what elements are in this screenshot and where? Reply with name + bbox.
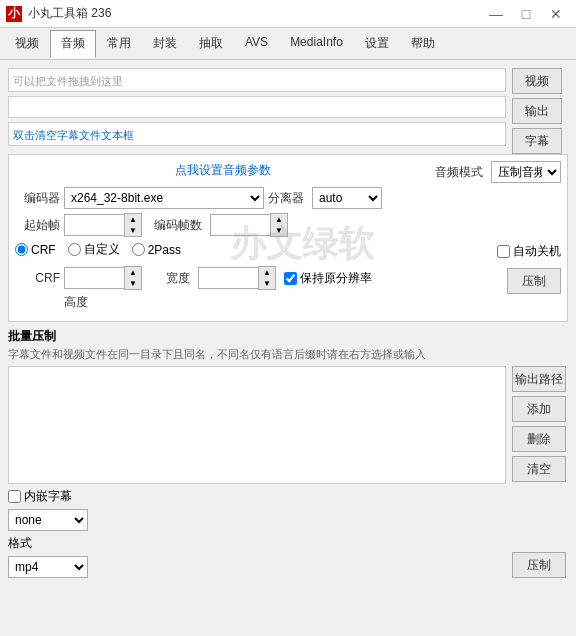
embed-subtitle-label: 内嵌字幕 [24, 488, 72, 505]
audio-settings-link[interactable]: 点我设置音频参数 [15, 162, 431, 179]
crf-up[interactable]: ▲ [125, 267, 141, 278]
twopass-radio-label: 2Pass [148, 243, 181, 257]
menu-tab-AVS[interactable]: AVS [234, 30, 279, 57]
embed-subtitle-checkbox[interactable] [8, 490, 21, 503]
menu-tab-音频[interactable]: 音频 [50, 30, 96, 58]
video-drop-area[interactable]: 可以把文件拖拽到这里 [8, 68, 506, 92]
main-content: 可以把文件拖拽到这里 双击清空字幕文件文本框 视频 输出 字幕 点我设置音频参数… [0, 60, 576, 636]
subtitle-button[interactable]: 字幕 [512, 128, 562, 154]
width-spinbox: 0 ▲ ▼ [198, 266, 276, 290]
width-up[interactable]: ▲ [259, 267, 275, 278]
twopass-radio-item[interactable]: 2Pass [132, 243, 181, 257]
auto-shutdown-item[interactable]: 自动关机 [497, 243, 561, 260]
encoder-select[interactable]: x264_32-8bit.exe x264_64-8bit.exe x265 [64, 187, 264, 209]
embed-subtitle-item[interactable]: 内嵌字幕 [8, 488, 72, 505]
format-select-row: mp4 mkv ts [8, 556, 506, 578]
batch-section: 批量压制 字幕文件和视频文件在同一目录下且同名，不同名仅有语言后缀时请在右方选择… [8, 328, 568, 578]
menu-tab-常用[interactable]: 常用 [96, 30, 142, 57]
top-section: 可以把文件拖拽到这里 双击清空字幕文件文本框 视频 输出 字幕 [8, 68, 568, 154]
encode-frames-spinbox: 0 ▲ ▼ [210, 213, 288, 237]
encoder-label: 编码器 [15, 190, 60, 207]
delete-button[interactable]: 删除 [512, 426, 566, 452]
width-down[interactable]: ▼ [259, 278, 275, 289]
encode-frames-spin-buttons: ▲ ▼ [270, 213, 288, 237]
height-label: 高度 [64, 294, 88, 311]
custom-radio-item[interactable]: 自定义 [68, 241, 120, 258]
encode-section: 点我设置音频参数 音频模式 压制音频 复制音频 无音频 编码器 x264_32-… [8, 154, 568, 322]
custom-radio[interactable] [68, 243, 81, 256]
subtitle-select-row: none ass srt [8, 509, 506, 531]
add-button[interactable]: 添加 [512, 396, 566, 422]
batch-title: 批量压制 [8, 328, 568, 345]
window-controls: — □ ✕ [482, 4, 570, 24]
crf-radio-item[interactable]: CRF [15, 243, 56, 257]
output-button[interactable]: 输出 [512, 98, 562, 124]
width-input[interactable]: 0 [198, 267, 258, 289]
batch-compress-button[interactable]: 压制 [512, 552, 566, 578]
start-frame-input[interactable]: 0 [64, 214, 124, 236]
subtitle-format-row: 内嵌字幕 [8, 488, 506, 505]
batch-left: 内嵌字幕 none ass srt 格式 mp4 mkv [8, 366, 506, 578]
format-label: 格式 [8, 535, 32, 552]
top-left: 可以把文件拖拽到这里 双击清空字幕文件文本框 [8, 68, 506, 154]
crf-radio-label: CRF [31, 243, 56, 257]
start-frame-label: 起始帧 [15, 217, 60, 234]
separator-select[interactable]: auto lavf ffms [312, 187, 382, 209]
video-button[interactable]: 视频 [512, 68, 562, 94]
output-path-button[interactable]: 输出路径 [512, 366, 566, 392]
menu-tab-封装[interactable]: 封装 [142, 30, 188, 57]
encoder-row: 编码器 x264_32-8bit.exe x264_64-8bit.exe x2… [15, 187, 561, 209]
batch-right-buttons: 输出路径 添加 删除 清空 压制 [512, 366, 568, 578]
menu-tab-帮助[interactable]: 帮助 [400, 30, 446, 57]
video-output-input[interactable] [8, 96, 506, 118]
custom-radio-label: 自定义 [84, 241, 120, 258]
menu-tab-MediaInfo[interactable]: MediaInfo [279, 30, 354, 57]
crf-spinbox: 23.5 ▲ ▼ [64, 266, 142, 290]
subtitle-select[interactable]: none ass srt [8, 509, 88, 531]
mode-radio-group: CRF 自定义 2Pass [15, 241, 493, 258]
audio-mode-select[interactable]: 压制音频 复制音频 无音频 [491, 161, 561, 183]
encode-frames-label: 编码帧数 [154, 217, 202, 234]
keep-aspect-checkbox[interactable] [284, 272, 297, 285]
clear-button[interactable]: 清空 [512, 456, 566, 482]
crf-label: CRF [15, 271, 60, 285]
audio-mode-label: 音频模式 [435, 164, 483, 181]
width-label: 宽度 [166, 270, 190, 287]
keep-aspect-item[interactable]: 保持原分辨率 [284, 270, 372, 287]
menu-tab-设置[interactable]: 设置 [354, 30, 400, 57]
side-buttons: 视频 输出 字幕 [512, 68, 568, 154]
separator-label: 分离器 [268, 190, 304, 207]
menu-tab-抽取[interactable]: 抽取 [188, 30, 234, 57]
width-spin-buttons: ▲ ▼ [258, 266, 276, 290]
encode-frames-input[interactable]: 0 [210, 214, 270, 236]
crf-compress-row: CRF 23.5 ▲ ▼ 宽度 0 ▲ ▼ [15, 266, 561, 315]
crf-radio[interactable] [15, 243, 28, 256]
crf-input[interactable]: 23.5 [64, 267, 124, 289]
auto-shutdown-checkbox[interactable] [497, 245, 510, 258]
batch-list[interactable] [8, 366, 506, 484]
start-frame-up[interactable]: ▲ [125, 214, 141, 225]
minimize-button[interactable]: — [482, 4, 510, 24]
start-frame-spinbox: 0 ▲ ▼ [64, 213, 142, 237]
keep-aspect-label: 保持原分辨率 [300, 270, 372, 287]
crf-spin-buttons: ▲ ▼ [124, 266, 142, 290]
menu-tab-视频[interactable]: 视频 [4, 30, 50, 57]
subtitle-drop-area[interactable]: 双击清空字幕文件文本框 [8, 122, 506, 146]
mode-row: CRF 自定义 2Pass 自动关机 [15, 241, 561, 262]
maximize-button[interactable]: □ [512, 4, 540, 24]
close-button[interactable]: ✕ [542, 4, 570, 24]
compress-button[interactable]: 压制 [507, 268, 561, 294]
format-select[interactable]: mp4 mkv ts [8, 556, 88, 578]
app-icon: 小 [6, 6, 22, 22]
start-frame-down[interactable]: ▼ [125, 225, 141, 236]
twopass-radio[interactable] [132, 243, 145, 256]
crf-width-row: CRF 23.5 ▲ ▼ 宽度 0 ▲ ▼ [15, 266, 501, 290]
encode-frames-down[interactable]: ▼ [271, 225, 287, 236]
crf-down[interactable]: ▼ [125, 278, 141, 289]
title-text: 小丸工具箱 236 [28, 5, 482, 22]
batch-description: 字幕文件和视频文件在同一目录下且同名，不同名仅有语言后缀时请在右方选择或输入 [8, 347, 568, 362]
audio-mode-row: 点我设置音频参数 音频模式 压制音频 复制音频 无音频 [15, 161, 561, 183]
frames-row: 起始帧 0 ▲ ▼ 编码帧数 0 ▲ ▼ [15, 213, 561, 237]
encode-frames-up[interactable]: ▲ [271, 214, 287, 225]
batch-body: 内嵌字幕 none ass srt 格式 mp4 mkv [8, 366, 568, 578]
